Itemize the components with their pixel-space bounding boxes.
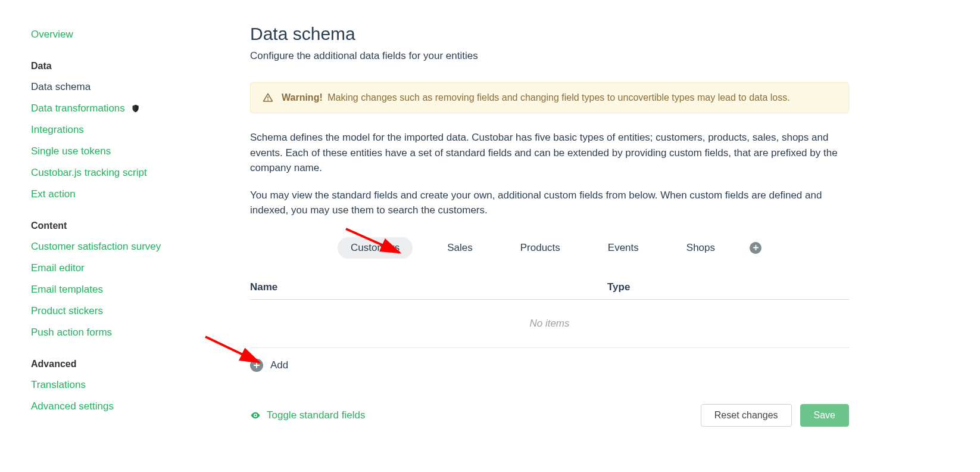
col-name: Name — [250, 281, 607, 293]
nav-section-data: Data — [31, 45, 202, 76]
page-subtitle: Configure the additional data fields for… — [250, 50, 849, 62]
col-type: Type — [607, 281, 849, 293]
nav-email-templates[interactable]: Email templates — [31, 279, 202, 300]
nav-overview[interactable]: Overview — [31, 24, 202, 45]
warning-text: Warning! Making changes such as removing… — [282, 92, 790, 103]
nav-advanced-settings[interactable]: Advanced settings — [31, 396, 202, 417]
empty-state: No items — [250, 300, 849, 348]
nav-single-use-tokens[interactable]: Single use tokens — [31, 141, 202, 162]
tab-products[interactable]: Products — [507, 237, 573, 259]
footer-controls: Toggle standard fields Reset changes Sav… — [250, 404, 849, 427]
main-content: Data schema Configure the additional dat… — [214, 24, 980, 451]
description-para-1: Schema defines the model for the importe… — [250, 130, 849, 176]
fields-table-header: Name Type — [250, 275, 849, 300]
nav-integrations[interactable]: Integrations — [31, 119, 202, 141]
plus-icon — [253, 362, 260, 369]
nav-push-action-forms[interactable]: Push action forms — [31, 322, 202, 343]
toggle-standard-fields[interactable]: Toggle standard fields — [250, 409, 365, 421]
save-button[interactable]: Save — [800, 404, 849, 427]
shield-icon — [131, 104, 140, 113]
nav-ext-action[interactable]: Ext action — [31, 184, 202, 205]
sidebar: Overview Data Data schema Data transform… — [0, 24, 214, 451]
nav-translations[interactable]: Translations — [31, 374, 202, 396]
warning-message: Making changes such as removing fields a… — [327, 92, 789, 103]
plus-circle-icon — [250, 359, 263, 372]
nav-section-advanced: Advanced — [31, 343, 202, 374]
nav-product-stickers[interactable]: Product stickers — [31, 300, 202, 322]
toggle-label: Toggle standard fields — [267, 409, 365, 421]
page-title: Data schema — [250, 24, 849, 44]
nav-section-content: Content — [31, 205, 202, 236]
nav-data-transformations[interactable]: Data transformations — [31, 98, 202, 119]
nav-data-schema[interactable]: Data schema — [31, 76, 202, 98]
tab-sales[interactable]: Sales — [434, 237, 486, 259]
add-field-label: Add — [270, 359, 288, 371]
tab-events[interactable]: Events — [595, 237, 652, 259]
nav-customer-survey[interactable]: Customer satisfaction survey — [31, 236, 202, 257]
nav-data-transformations-label: Data transformations — [31, 103, 125, 114]
nav-custobar-tracking[interactable]: Custobar.js tracking script — [31, 162, 202, 184]
tab-customers[interactable]: Customers — [338, 237, 413, 259]
warning-alert: Warning! Making changes such as removing… — [250, 82, 849, 113]
description-para-2: You may view the standard fields and cre… — [250, 188, 849, 218]
add-field-button[interactable]: Add — [250, 348, 849, 390]
add-tab-button[interactable] — [750, 242, 761, 254]
eye-icon — [250, 410, 261, 421]
reset-button[interactable]: Reset changes — [701, 404, 792, 427]
nav-email-editor[interactable]: Email editor — [31, 257, 202, 279]
plus-icon — [753, 244, 759, 251]
svg-point-1 — [267, 100, 269, 101]
entity-tabs: Customers Sales Products Events Shops — [250, 237, 849, 259]
tab-shops[interactable]: Shops — [673, 237, 728, 259]
warning-label: Warning! — [282, 92, 323, 103]
warning-icon — [263, 92, 273, 103]
